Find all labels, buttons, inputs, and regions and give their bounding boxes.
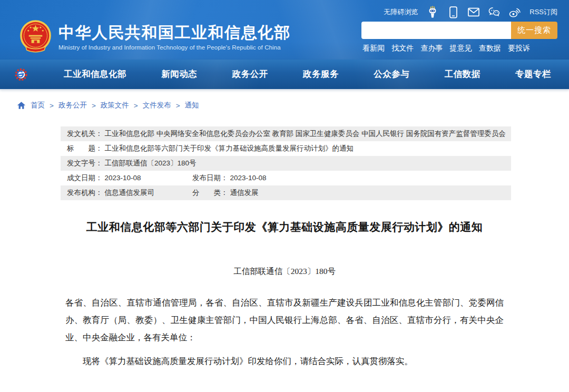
article-paragraph: 现将《算力基础设施高质量发展行动计划》印发给你们，请结合实际，认真贯彻落实。: [65, 352, 504, 370]
home-icon[interactable]: [17, 101, 26, 110]
robot-mascot-icon[interactable]: [427, 6, 438, 18]
search-input[interactable]: [361, 22, 511, 39]
meta-value: 信息通信发展司: [105, 188, 155, 198]
mail-icon[interactable]: [468, 6, 479, 18]
nav-item-data[interactable]: 工信数据: [445, 68, 480, 80]
article-doc-number: 工信部联通信〔2023〕180号: [65, 266, 504, 277]
quick-link-news[interactable]: 看新闻: [362, 44, 385, 53]
meta-label: 发文机关：: [67, 129, 103, 139]
miit-logo-icon: [14, 67, 28, 82]
wechat-icon[interactable]: [488, 6, 500, 18]
article-title: 工业和信息化部等六部门关于印发《算力基础设施高质量发展行动计划》的通知: [65, 220, 504, 234]
meta-value: 2023-10-08: [230, 174, 267, 182]
crumb-policy-files[interactable]: 政策文件: [101, 101, 129, 110]
crumb-gov-disclosure[interactable]: 政务公开: [58, 101, 87, 110]
search-area: 统一搜索 看新闻 找文件 查办事 提意见 查数据 要投诉: [361, 22, 557, 53]
quick-link-files[interactable]: 找文件: [391, 44, 414, 53]
meta-label: 发文字号：: [67, 159, 103, 168]
article: 工业和信息化部等六部门关于印发《算力基础设施高质量发展行动计划》的通知 工信部联…: [65, 220, 504, 370]
meta-row-dates: 成文日期： 2023-10-08 发布日期： 2023-10-08: [61, 171, 511, 185]
nav-items: 工业和信息化部 新闻动态 政务公开 政务服务 公众参与 工信数据 专题专栏: [28, 68, 569, 80]
nav-item-miit[interactable]: 工业和信息化部: [64, 68, 126, 80]
crumb-home[interactable]: 首页: [31, 101, 45, 110]
nav-item-gov-services[interactable]: 政务服务: [303, 68, 339, 80]
quick-link-suggest[interactable]: 提意见: [450, 44, 472, 53]
nav-item-topics[interactable]: 专题专栏: [515, 68, 551, 80]
quick-link-services[interactable]: 查办事: [420, 44, 443, 53]
meta-value: 工业和信息化部等六部门关于印发《算力基础设施高质量发展行动计划》的通知: [105, 144, 354, 153]
meta-row-publisher: 发布机构： 信息通信发展司 分 类： 通信发展: [61, 185, 511, 200]
breadcrumb: 首页 > 政务公开 > 政策文件 > 文件发布 > 通知: [0, 90, 569, 110]
meta-value: 2023-10-08: [105, 174, 141, 182]
meta-row-doc-number: 发文字号： 工信部联通信〔2023〕180号: [61, 156, 511, 171]
mobile-icon[interactable]: [447, 6, 459, 18]
rss-link[interactable]: RSS订阅: [529, 7, 557, 17]
nav-item-gov-disclosure[interactable]: 政务公开: [232, 68, 268, 80]
meta-value: 通信发展: [230, 188, 259, 198]
meta-row-issuing-organ: 发文机关： 工业和信息化部 中央网络安全和信息化委员会办公室 教育部 国家卫生健…: [61, 126, 511, 141]
quick-link-complaint[interactable]: 要投诉: [508, 44, 530, 53]
article-paragraph: 各省、自治区、直辖市通信管理局，各省、自治区、直辖市及新疆生产建设兵团工业和信息…: [65, 294, 504, 346]
meta-value: 工业和信息化部 中央网络安全和信息化委员会办公室 教育部 国家卫生健康委员会 中…: [105, 129, 506, 139]
weibo-icon[interactable]: [509, 6, 521, 18]
meta-label: 发布机构：: [67, 188, 103, 198]
site-title: 中华人民共和国工业和信息化部: [58, 24, 291, 42]
quick-link-data[interactable]: 查数据: [479, 44, 501, 53]
meta-value: 工信部联通信〔2023〕180号: [105, 159, 197, 168]
meta-label: 标 题：: [67, 144, 103, 153]
crumb-separator: >: [92, 102, 96, 110]
nav-item-news[interactable]: 新闻动态: [161, 68, 197, 80]
crumb-separator: >: [176, 102, 180, 110]
meta-label: 分 类：: [192, 188, 228, 198]
crumb-separator: >: [134, 102, 138, 110]
nav-item-participation[interactable]: 公众参与: [374, 68, 409, 80]
national-emblem-icon: [19, 19, 52, 55]
crumb-separator: >: [50, 102, 54, 110]
document-meta-table: 发文机关： 工业和信息化部 中央网络安全和信息化委员会办公室 教育部 国家卫生健…: [61, 126, 511, 200]
meta-row-title: 标 题： 工业和信息化部等六部门关于印发《算力基础设施高质量发展行动计划》的通知: [61, 141, 511, 156]
topbar: 无障碍浏览: [0, 0, 569, 18]
crumb-notice[interactable]: 通知: [185, 101, 199, 110]
brand: 中华人民共和国工业和信息化部 Ministry of Industry and …: [58, 24, 291, 51]
unified-search-button[interactable]: 统一搜索: [511, 22, 557, 39]
main-nav: 工业和信息化部 新闻动态 政务公开 政务服务 公众参与 工信数据 专题专栏: [0, 60, 569, 90]
crumb-file-release[interactable]: 文件发布: [143, 101, 171, 110]
meta-label: 发布日期：: [192, 173, 228, 183]
site-subtitle: Ministry of Industry and Information Tec…: [58, 44, 291, 51]
quick-links: 看新闻 找文件 查办事 提意见 查数据 要投诉: [361, 39, 557, 53]
header-main: 中华人民共和国工业和信息化部 Ministry of Industry and …: [0, 18, 569, 55]
meta-label: 成文日期：: [67, 173, 103, 183]
accessibility-link[interactable]: 无障碍浏览: [384, 7, 418, 17]
site-header: 无障碍浏览: [0, 0, 569, 60]
